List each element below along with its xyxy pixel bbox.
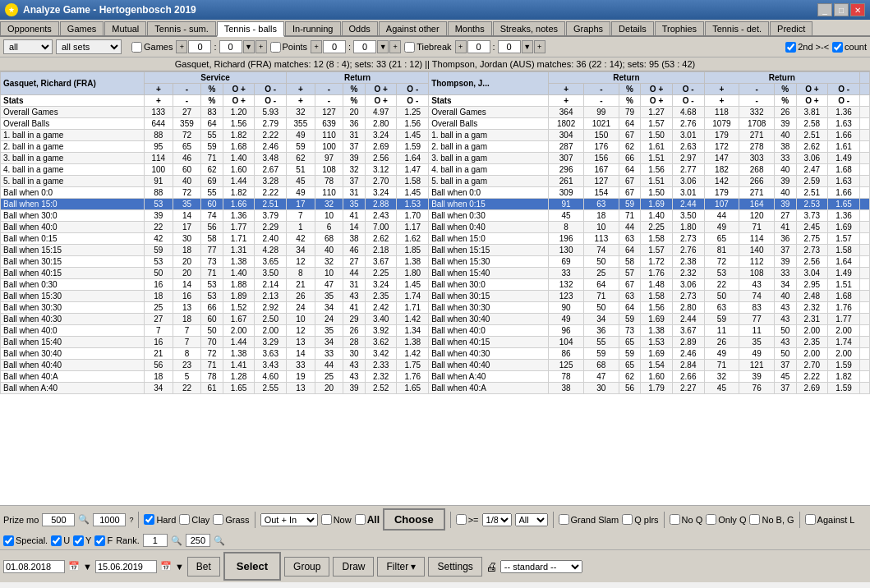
row2-s-minus: 1021 bbox=[584, 118, 619, 130]
tab-streaks--notes[interactable]: Streaks, notes bbox=[493, 21, 565, 35]
row-r-minus: 10 bbox=[315, 268, 343, 279]
clay-checkbox[interactable] bbox=[179, 514, 190, 525]
prize-input2[interactable] bbox=[93, 513, 126, 526]
tab-against-other[interactable]: Against other bbox=[379, 21, 447, 35]
tab-opponents[interactable]: Opponents bbox=[0, 21, 59, 35]
grass-checkbox[interactable] bbox=[213, 514, 223, 525]
outin-select[interactable]: Out + In bbox=[260, 513, 318, 526]
row-r-minus: 32 bbox=[315, 256, 343, 268]
count-checkbox[interactable] bbox=[832, 42, 843, 53]
row-r-minus: 33 bbox=[315, 348, 343, 360]
filter2-select[interactable]: all sets bbox=[56, 39, 122, 54]
row2-s-om: 2.44 bbox=[672, 199, 704, 210]
onlyq-checkbox[interactable] bbox=[706, 514, 716, 525]
bet-button[interactable]: Bet bbox=[187, 557, 220, 577]
date-to-input[interactable] bbox=[95, 560, 157, 573]
group-button[interactable]: Group bbox=[284, 557, 329, 577]
close-button[interactable]: ✕ bbox=[850, 3, 865, 16]
row2-s-om: 3.50 bbox=[672, 210, 704, 222]
row2-r-pct: 33 bbox=[775, 153, 796, 164]
row-s-pct: 77 bbox=[201, 245, 223, 256]
frac-select[interactable]: 1/8 bbox=[482, 513, 512, 526]
tab-tennis---balls[interactable]: Tennis - balls bbox=[217, 21, 284, 37]
tiebreak-add-btn[interactable]: + bbox=[534, 40, 545, 53]
games-arrow-btn[interactable]: ▼ bbox=[243, 40, 255, 53]
points-checkbox[interactable] bbox=[270, 42, 281, 53]
maximize-button[interactable]: □ bbox=[834, 3, 849, 16]
col-h-pct2: % bbox=[343, 95, 365, 107]
settings-button[interactable]: Settings bbox=[428, 557, 481, 577]
hard-checkbox[interactable] bbox=[144, 514, 154, 525]
row-s-minus: 17 bbox=[173, 222, 201, 233]
all2-select[interactable]: All bbox=[515, 513, 548, 526]
tiebreak-arrow-btn[interactable]: ▼ bbox=[522, 40, 533, 53]
filter1-select[interactable]: all bbox=[3, 39, 53, 54]
tab-months[interactable]: Months bbox=[448, 21, 492, 35]
grandslam-checkbox[interactable] bbox=[559, 514, 569, 525]
points-input2[interactable] bbox=[353, 40, 376, 53]
tab-predict[interactable]: Predict bbox=[770, 21, 812, 35]
minimize-button[interactable]: _ bbox=[817, 3, 832, 16]
games-input2[interactable] bbox=[219, 40, 242, 53]
select-button[interactable]: Select bbox=[223, 552, 281, 581]
now-checkbox[interactable] bbox=[321, 514, 332, 525]
date-from-icon[interactable]: 📅 bbox=[68, 561, 80, 572]
tab-details[interactable]: Details bbox=[611, 21, 654, 35]
points-plus-btn[interactable]: + bbox=[311, 40, 322, 53]
tab-graphs[interactable]: Graphs bbox=[566, 21, 610, 35]
qplrs-checkbox[interactable] bbox=[622, 514, 633, 525]
row-r-minus: 44 bbox=[315, 360, 343, 371]
rank-input1[interactable] bbox=[143, 534, 168, 547]
filter-button[interactable]: Filter ▾ bbox=[377, 557, 425, 577]
games-checkbox[interactable] bbox=[131, 42, 142, 53]
games-add-btn[interactable]: + bbox=[255, 40, 267, 53]
tiebreak-input1[interactable] bbox=[467, 40, 490, 53]
date-to-icon[interactable]: 📅 bbox=[160, 561, 172, 572]
choose-button[interactable]: Choose bbox=[383, 508, 445, 531]
tab-trophies[interactable]: Trophies bbox=[655, 21, 704, 35]
points-arrow-btn[interactable]: ▼ bbox=[377, 40, 389, 53]
geq-checkbox[interactable] bbox=[456, 514, 467, 525]
standard-select[interactable]: -- standard -- bbox=[500, 560, 582, 573]
tiebreak-label: Tiebreak bbox=[417, 42, 451, 52]
row2-r-minus: 74 bbox=[739, 291, 775, 302]
row-stat-name: Ball when 0:15 bbox=[1, 233, 145, 245]
draw-button[interactable]: Draw bbox=[333, 557, 374, 577]
tiebreak-checkbox[interactable] bbox=[404, 42, 415, 53]
row2-s-minus: 47 bbox=[584, 371, 619, 383]
f-checkbox[interactable] bbox=[94, 535, 105, 546]
special-checkbox[interactable] bbox=[3, 535, 14, 546]
tab-in-running[interactable]: In-running bbox=[285, 21, 341, 35]
tab-mutual[interactable]: Mutual bbox=[104, 21, 146, 35]
tab-odds[interactable]: Odds bbox=[342, 21, 378, 35]
row2-r-plus: 172 bbox=[704, 141, 739, 153]
date-from-input[interactable] bbox=[3, 560, 65, 573]
games-plus-btn[interactable]: + bbox=[176, 40, 187, 53]
row2-r-plus: 44 bbox=[704, 210, 739, 222]
row2-r-plus: 179 bbox=[704, 187, 739, 199]
y-checkbox[interactable] bbox=[73, 535, 84, 546]
points-input1[interactable] bbox=[323, 40, 346, 53]
s2-op-h: O + bbox=[641, 84, 673, 95]
u-checkbox[interactable] bbox=[51, 535, 62, 546]
prize-input1[interactable] bbox=[42, 513, 75, 526]
points-add-btn[interactable]: + bbox=[389, 40, 401, 53]
againstl-checkbox[interactable] bbox=[805, 514, 816, 525]
all-checkbox[interactable] bbox=[355, 514, 366, 525]
tiebreak-input2[interactable] bbox=[498, 40, 521, 53]
row2-stat-name: Ball when 0:40 bbox=[429, 222, 549, 233]
row2-s-om: 3.01 bbox=[672, 187, 704, 199]
second-checkbox[interactable] bbox=[785, 42, 796, 53]
tab-games[interactable]: Games bbox=[60, 21, 104, 35]
row-s-plus: 50 bbox=[145, 268, 173, 279]
tiebreak-plus-btn[interactable]: + bbox=[455, 40, 467, 53]
row2-s-pct: 65 bbox=[619, 337, 640, 348]
nobg-checkbox[interactable] bbox=[749, 514, 760, 525]
rank-input2[interactable] bbox=[186, 534, 210, 547]
tab-tennis---sum-[interactable]: Tennis - sum. bbox=[147, 21, 215, 35]
noq-checkbox[interactable] bbox=[670, 514, 680, 525]
r2-minus-h: - bbox=[739, 84, 775, 95]
row-r-pct: 37 bbox=[343, 176, 365, 187]
games-input1[interactable] bbox=[188, 40, 211, 53]
tab-tennis---det-[interactable]: Tennis - det. bbox=[705, 21, 769, 35]
